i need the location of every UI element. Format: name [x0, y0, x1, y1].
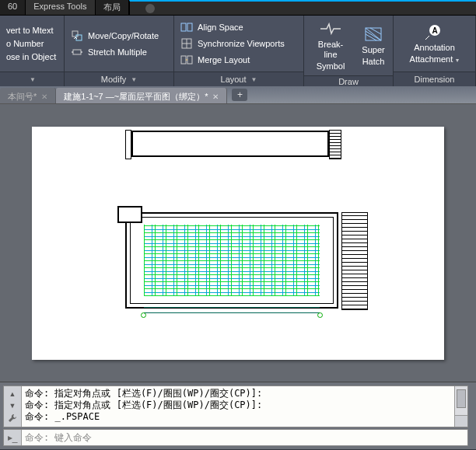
close-icon[interactable]: ✕ — [212, 92, 219, 101]
panel-layout: Align Space Synchronize Viewports Merge … — [174, 16, 304, 86]
panel-title-draw: Draw — [304, 75, 393, 86]
panel-text-partial: vert to Mtext o Number ose in Object ▼ — [0, 16, 65, 86]
command-history: ▲ ▼ 命令: 指定对角点或 [栏选(F)/圈围(WP)/圈交(CP)]: 命令… — [3, 385, 468, 427]
floor-plan-viewport[interactable] — [125, 212, 338, 309]
panel-title-dimension: Dimension — [394, 72, 475, 86]
panel-dimension: A AnnotationAttachment ▾ Dimension — [394, 16, 476, 86]
panel-modify: Move/Copy/Rotate Stretch Multiple Modify… — [65, 16, 174, 86]
chevron-down-icon: ▼ — [131, 76, 137, 83]
breakline-icon — [319, 19, 342, 38]
command-area: ▲ ▼ 命令: 指定对角点或 [栏选(F)/圈围(WP)/圈交(CP)]: 命令… — [0, 382, 476, 449]
svg-text:A: A — [432, 26, 437, 35]
chevron-down-icon: ▼ — [30, 76, 36, 83]
merge-layout-icon — [180, 54, 193, 66]
chevron-down-icon: ▼ — [251, 76, 257, 83]
command-gutter: ▲ ▼ — [4, 386, 22, 427]
ribbon-dot-icon — [145, 4, 155, 13]
btn-annotation-attachment[interactable]: A AnnotationAttachment ▾ — [407, 18, 463, 69]
plan-legend — [341, 212, 368, 310]
command-history-text: 命令: 指定对角点或 [栏选(F)/圈围(WP)/圈交(CP)]: 命令: 指定… — [22, 386, 454, 427]
chevron-down-icon[interactable]: ▼ — [9, 402, 16, 410]
btn-move-copy-rotate[interactable]: Move/Copy/Rotate — [69, 29, 160, 43]
btn-merge-layout[interactable]: Merge Layout — [179, 53, 286, 67]
grid-bubble — [317, 312, 323, 318]
command-prompt-icon[interactable]: ▸_ — [4, 430, 22, 445]
scrollbar-thumb[interactable] — [457, 389, 466, 408]
btn-sync-viewports[interactable]: Synchronize Viewports — [179, 37, 286, 51]
btn-stretch-multiple[interactable]: Stretch Multiple — [69, 45, 160, 59]
plus-icon: + — [237, 89, 243, 100]
btn-convert-to-mtext[interactable]: vert to Mtext — [5, 25, 58, 36]
ribbon-tab-filler — [129, 0, 476, 15]
paper-sheet[interactable] — [32, 127, 444, 360]
svg-rect-6 — [181, 56, 186, 64]
command-input[interactable]: 命令: 键入命令 — [22, 431, 467, 445]
super-hatch-icon — [362, 25, 385, 44]
title-block-strip — [131, 131, 329, 157]
dimension-line — [144, 307, 320, 313]
plan-grid — [144, 225, 320, 296]
tab-360[interactable]: 60 — [0, 0, 26, 15]
doc-tab-1[interactable]: 本间号*✕ — [0, 88, 56, 103]
btn-breakline-symbol[interactable]: Break-lineSymbol — [309, 18, 352, 73]
svg-rect-2 — [73, 50, 81, 54]
svg-rect-4 — [187, 23, 192, 31]
panel-draw: Break-lineSymbol SuperHatch Draw — [304, 16, 394, 86]
chevron-down-icon: ▾ — [454, 57, 459, 64]
svg-rect-0 — [72, 31, 78, 37]
panel-title-empty[interactable]: ▼ — [0, 72, 64, 86]
svg-rect-1 — [76, 35, 82, 40]
move-copy-icon — [71, 30, 83, 42]
btn-align-space[interactable]: Align Space — [179, 20, 286, 34]
svg-rect-3 — [181, 23, 186, 31]
command-input-row[interactable]: ▸_ 命令: 键入命令 — [3, 429, 468, 446]
panel-title-modify[interactable]: Modify▼ — [65, 72, 173, 86]
btn-auto-number[interactable]: o Number — [5, 38, 58, 49]
annotation-attach-icon: A — [423, 23, 446, 41]
doc-tab-2-active[interactable]: 建施1-1~7 —~屋面层平面图（绑定）*✕ — [56, 88, 227, 103]
btn-super-hatch[interactable]: SuperHatch — [359, 18, 388, 73]
scrollbar[interactable] — [454, 386, 467, 427]
chevron-up-icon[interactable]: ▲ — [9, 390, 16, 398]
align-space-icon — [180, 21, 193, 33]
ribbon: vert to Mtext o Number ose in Object ▼ M… — [0, 16, 476, 86]
wrench-icon[interactable] — [8, 413, 17, 423]
btn-enclose-in-object[interactable]: ose in Object — [5, 51, 58, 62]
drawing-workspace[interactable] — [0, 104, 476, 382]
tab-express-tools[interactable]: Express Tools — [26, 0, 95, 15]
svg-rect-7 — [187, 56, 192, 64]
new-tab-button[interactable]: + — [232, 89, 247, 101]
sync-viewports-icon — [180, 37, 193, 50]
stretch-icon — [71, 46, 83, 58]
close-icon[interactable]: ✕ — [41, 92, 47, 101]
ribbon-tab-strip: 60 Express Tools 布局 — [0, 0, 476, 16]
panel-title-layout[interactable]: Layout▼ — [174, 72, 303, 86]
document-tab-bar: 本间号*✕ 建施1-1~7 —~屋面层平面图（绑定）*✕ + — [0, 86, 476, 104]
grid-bubble — [141, 312, 146, 318]
tab-layout-cn[interactable]: 布局 — [96, 0, 129, 15]
